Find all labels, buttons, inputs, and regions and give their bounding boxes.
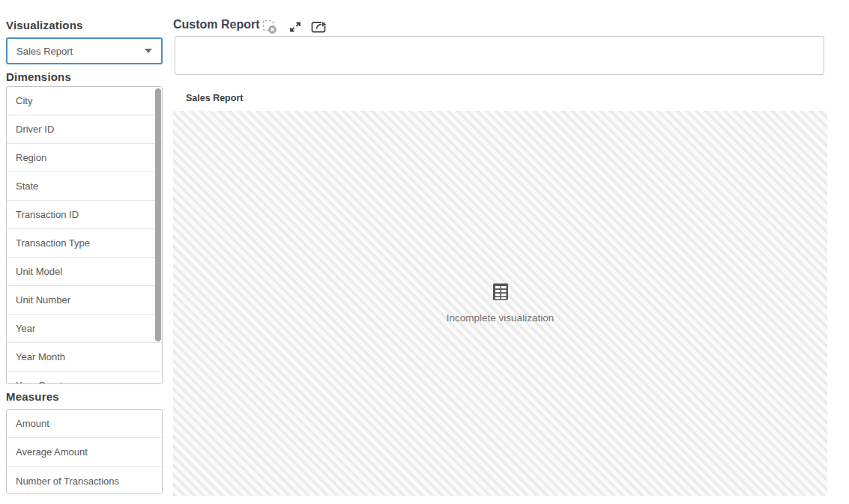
dimension-item[interactable]: City [7,87,162,115]
dimension-item[interactable]: Transaction Type [7,229,162,258]
dimension-item[interactable]: Driver ID [7,115,162,144]
toolbar [262,19,329,35]
dimensions-heading: Dimensions [6,70,71,83]
dimension-item[interactable]: State [7,172,162,201]
clear-selections-icon[interactable] [262,19,280,35]
dimension-item[interactable]: Transaction ID [7,201,162,229]
dimension-item[interactable]: Year Quarter [7,371,162,384]
dimension-item[interactable]: Unit Model [7,258,162,286]
page-title: Custom Report [173,18,260,31]
dimensions-list: City Driver ID Region State Transaction … [6,86,163,384]
dimension-item[interactable]: Year [7,315,162,343]
dimension-item[interactable]: Region [7,144,162,172]
chevron-down-icon [145,49,152,53]
visualization-select-value: Sales Report [7,46,145,57]
measure-item[interactable]: Average Amount [7,438,162,467]
visualization-select[interactable]: Sales Report [6,37,163,64]
visualization-panel[interactable]: Incomplete visualization [173,111,827,496]
dimension-item[interactable]: Year Month [7,343,162,371]
expand-icon[interactable] [286,19,304,35]
table-icon [492,283,509,303]
incomplete-visualization-message: Incomplete visualization [447,312,554,324]
dimension-item[interactable]: Unit Number [7,286,162,315]
report-title: Sales Report [186,93,243,103]
measure-item[interactable]: Amount [7,410,162,438]
visualizations-heading: Visualizations [6,19,83,31]
measures-heading: Measures [6,390,59,403]
dimensions-scrollbar[interactable] [155,88,161,341]
share-icon[interactable] [311,19,329,35]
custom-report-input[interactable] [175,36,824,75]
measures-list: Amount Average Amount Number of Transact… [6,409,163,494]
measure-item[interactable]: Number of Transactions [7,467,162,494]
